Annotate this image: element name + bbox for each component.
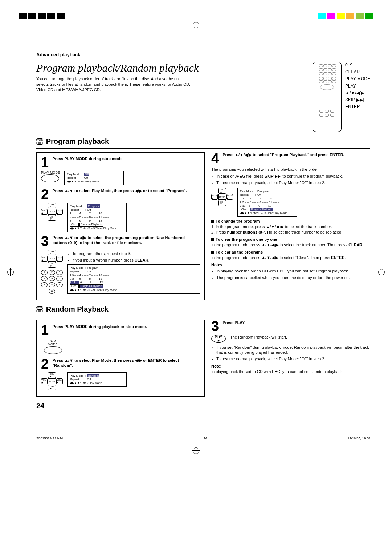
section-label: Advanced playback [36,52,370,57]
step1-text: Press PLAY MODE during stop mode. [52,156,200,161]
footer-mid: 24 [203,437,207,440]
page-number: 24 [36,402,370,410]
disc-type-badge: VCDCD [36,138,43,145]
remote-labels: 0–9 CLEAR PLAY MODE PLAY ▲/▼/◀/▶ SKIP ▶▶… [345,62,370,110]
step4-text: Press ▲/▼/◀/▶ to select "Program Playbac… [222,152,370,157]
nav-cross-icon-3: CH+▲ VOL−◀ENTERVOL+▶ CH−▼ [211,188,233,206]
change-text: 1. In the program mode, press ▲/▼/◀ /▶ t… [211,224,370,235]
clear-one-heading: To clear the program one by one [211,237,370,242]
osd-step4: Play Mode:Program Repeat:Off 1 7 – – 4 –… [237,188,297,217]
random-heading: Random Playback [46,305,109,313]
step-number-4: 4 [211,152,219,165]
clear-one-text: In the program mode, press ▲/▼/◀/▶ to se… [211,242,370,248]
registration-mark-bottom [193,447,199,454]
random-bullets: If you set "Random" during playback mode… [216,345,370,362]
registration-mark-top [193,22,199,28]
nav-cross-icon: CH+▲ VOL−◀ENTERVOL+▶ CH−▼ [41,203,63,221]
footer: 2C01501A P21-24 24 12/16/03, 19:58 [0,426,392,447]
osd-random: Play Mode:Random Repeat:Off ◀▶▲▼/Enter/P… [67,372,127,387]
change-heading: To change the program [211,219,370,223]
clear-all-text: In the program mode, press ▲/▼/◀/▶ to se… [211,255,370,260]
play-mode-button-icon [41,174,59,182]
step-number-3: 3 [41,235,49,247]
random-step1-num: 1 [41,324,49,336]
random-step2-text: Press ▲/▼ to select Play Mode, then pres… [52,358,200,368]
program-steps-1to3: 1 Press PLAY MODE during stop mode. PLAY… [36,152,205,300]
random-note-heading: Note: [211,364,370,368]
program-heading: Program playback [46,137,109,146]
program-notes: In playing back the Video CD with PBC, y… [216,268,370,280]
step2-text: Press ▲/▼ to select Play Mode, then pres… [52,188,200,193]
disc-type-badge-2: VCDCD [36,306,43,312]
notes-heading: Notes [211,263,370,267]
nav-cross-icon-4: CH+▲ VOL−◀ENTERVOL+▶ CH−▼ [41,372,63,390]
step-number-2: 2 [41,188,49,200]
random-step2-num: 2 [41,358,49,370]
remote-diagram [313,62,342,132]
intro-text: You can arrange the playback order of tr… [36,76,192,93]
step3-text: Press ▲/▼ or ◀/▶ to select the programmi… [52,235,200,246]
play-mode-button-icon-2 [44,346,62,354]
random-step3-num: 3 [211,320,219,332]
play-mode-label-2: PLAY MODE [44,339,61,346]
clear-all-heading: To clear all the programs [211,250,370,254]
nav-cross-icon-2: CH+▲ VOL−◀ENTERVOL+▶ CH−▼ [41,250,63,268]
osd-step3: Play Mode:Program Repeat:Off 1 9 – – 4 –… [67,264,200,294]
random-step3-text: Press PLAY. [222,320,370,325]
footer-left: 2C01501A P21-24 [36,437,63,440]
step3-tips: To program others, repeat step 3. If you… [72,251,200,263]
step4-bullets: In case of JPEG file, press SKIP ▶▶| to … [216,174,370,186]
step4-body: The programs you selected will start to … [211,167,370,172]
osd-step2: Play Mode:Program Repeat:Off 1 – – – 4 –… [67,203,127,232]
program-steps-4-notes: 4 Press ▲/▼/◀/▶ to select "Program Playb… [211,152,370,300]
color-registration-bar [19,13,392,19]
step-number-1: 1 [41,156,49,169]
play-mode-label: PLAY MODE [41,171,60,174]
page-title: Program playback/Random playback [36,62,306,74]
osd-step1: Play Mode:Off Repeat:Off ◀▶▲▼/Enter/Play… [64,171,124,185]
random-step3-body: The Random Playback will start. [230,335,287,339]
random-step3-notes: 3 Press PLAY. PLAY▶ The Random Playback … [211,320,370,396]
number-pad-icon: 123 456 789 [41,270,63,287]
random-steps-1to2: 1 Press PLAY MODE during playback or sto… [36,320,205,396]
footer-right: 12/16/03, 19:58 [347,437,370,440]
random-step1-text: Press PLAY MODE during playback or stop … [52,324,200,329]
random-note: In playing back the Video CD with PBC, y… [211,369,370,374]
play-button-icon: PLAY▶ [211,335,226,343]
